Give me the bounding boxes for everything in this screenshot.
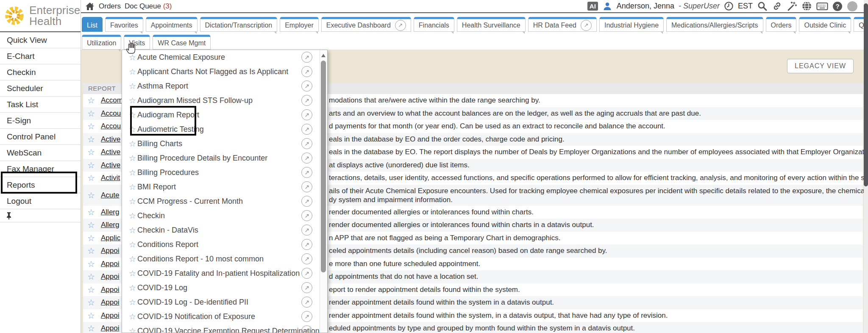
- favorite-star-icon[interactable]: ☆: [128, 326, 137, 333]
- favorite-star-icon[interactable]: ☆: [87, 311, 95, 321]
- report-link[interactable]: Allerg: [101, 208, 119, 216]
- link-icon[interactable]: [772, 1, 782, 11]
- tab-visits[interactable]: Visits: [124, 35, 150, 50]
- favorite-star-icon[interactable]: ☆: [87, 297, 95, 308]
- tab-orders[interactable]: Orders: [766, 17, 797, 32]
- scroll-up-arrow-icon[interactable]: [321, 54, 326, 57]
- user-icon[interactable]: [602, 1, 612, 11]
- search-icon[interactable]: [757, 1, 768, 11]
- tab-executive-dashboard[interactable]: Executive Dashboard↗: [321, 17, 411, 32]
- favorite-star-icon[interactable]: ☆: [128, 81, 137, 91]
- favorite-star-icon[interactable]: ☆: [87, 108, 95, 119]
- report-link[interactable]: Appoi: [101, 247, 119, 255]
- open-in-new-icon[interactable]: ↗: [301, 253, 312, 264]
- report-link[interactable]: Active: [101, 148, 120, 156]
- open-in-new-icon[interactable]: ↗: [301, 311, 312, 322]
- open-in-new-icon[interactable]: ↗: [301, 282, 312, 293]
- open-in-new-icon[interactable]: ↗: [301, 138, 312, 149]
- favorite-star-icon[interactable]: ☆: [128, 211, 137, 221]
- open-in-new-icon[interactable]: ↗: [301, 95, 312, 106]
- favorite-star-icon[interactable]: ☆: [128, 297, 137, 307]
- favorite-star-icon[interactable]: ☆: [128, 139, 137, 149]
- dropdown-item-bmi-report[interactable]: ☆BMI Report↗: [122, 180, 320, 194]
- favorite-star-icon[interactable]: ☆: [87, 190, 95, 200]
- sidebar-item-logout[interactable]: Logout: [0, 193, 81, 209]
- nav-doc-queue[interactable]: Doc Queue (3): [125, 2, 172, 11]
- report-link[interactable]: Accou: [101, 109, 121, 118]
- favorite-star-icon[interactable]: ☆: [87, 95, 95, 105]
- sidebar-item-fax-manager[interactable]: Fax Manager: [0, 161, 81, 177]
- tab-favorites[interactable]: Favorites: [105, 17, 143, 32]
- favorite-star-icon[interactable]: ☆: [128, 312, 137, 322]
- dropdown-item-covid-19-log-de-identified-pii[interactable]: ☆COVID-19 Log - De-identified PII↗: [122, 295, 320, 309]
- dropdown-item-audiogram-missed-sts-follow-up[interactable]: ☆Audiogram Missed STS Follow-up↗: [122, 93, 320, 108]
- report-link[interactable]: Appoi: [101, 272, 119, 281]
- dropdown-item-checkin-datavis[interactable]: ☆Checkin - DataVis↗: [122, 223, 320, 237]
- favorite-star-icon[interactable]: ☆: [128, 182, 137, 192]
- tab-employer[interactable]: Employer: [280, 17, 319, 32]
- sidebar-item-task-list[interactable]: Task List: [0, 97, 81, 113]
- open-in-new-icon[interactable]: ↗: [301, 297, 312, 308]
- open-in-new-icon[interactable]: ↗: [301, 225, 312, 236]
- favorite-star-icon[interactable]: ☆: [128, 197, 137, 206]
- open-in-new-icon[interactable]: ↗: [301, 268, 312, 279]
- favorite-star-icon[interactable]: ☆: [128, 240, 137, 250]
- favorite-star-icon[interactable]: ☆: [87, 220, 95, 230]
- tab-industrial-hygiene[interactable]: Industrial Hygiene: [599, 17, 664, 32]
- favorite-star-icon[interactable]: ☆: [128, 269, 137, 278]
- report-link[interactable]: Appoi: [101, 311, 119, 320]
- dropdown-item-conditions-report[interactable]: ☆Conditions Report↗: [122, 237, 320, 252]
- favorite-star-icon[interactable]: ☆: [87, 121, 95, 131]
- dropdown-item-acute-chemical-exposure[interactable]: ☆Acute Chemical Exposure↗: [122, 50, 320, 64]
- favorite-star-icon[interactable]: ☆: [87, 285, 95, 295]
- favorite-star-icon[interactable]: ☆: [87, 147, 95, 157]
- report-link[interactable]: Allerg: [101, 221, 119, 229]
- favorite-star-icon[interactable]: ☆: [87, 246, 95, 256]
- tab-wr-case-mgmt[interactable]: WR Case Mgmt: [153, 35, 211, 50]
- report-link[interactable]: Accom: [101, 96, 123, 105]
- favorite-star-icon[interactable]: ☆: [87, 207, 95, 217]
- dropdown-item-applicant-charts-not-flagged-as-is-applicant[interactable]: ☆Applicant Charts Not Flagged as Is Appl…: [122, 64, 320, 79]
- tab-outside-clinic[interactable]: Outside Clinic: [799, 17, 851, 32]
- open-in-new-icon[interactable]: ↗: [301, 109, 312, 120]
- tab-utilization[interactable]: Utilization: [82, 35, 121, 50]
- tab-medications-allergies-scripts[interactable]: Medications/Allergies/Scripts: [666, 17, 763, 32]
- report-link[interactable]: Accou: [101, 122, 121, 130]
- external-link-icon[interactable]: ↗: [581, 20, 592, 31]
- favorite-star-icon[interactable]: ☆: [87, 233, 95, 243]
- sidebar-item-checkin[interactable]: Checkin: [0, 64, 81, 80]
- open-in-new-icon[interactable]: ↗: [301, 167, 312, 178]
- external-link-icon[interactable]: ↗: [395, 20, 406, 31]
- dropdown-item-covid-19-log[interactable]: ☆COVID-19 Log↗: [122, 280, 320, 295]
- report-link[interactable]: Activit: [101, 174, 120, 182]
- open-in-new-icon[interactable]: ↗: [301, 196, 312, 207]
- sidebar-item-quick-view[interactable]: Quick View: [0, 32, 81, 48]
- dropdown-item-ccm-progress-current-month[interactable]: ☆CCM Progress - Current Month↗: [122, 194, 320, 208]
- favorite-star-icon[interactable]: ☆: [87, 134, 95, 144]
- keyboard-icon[interactable]: [816, 2, 828, 11]
- report-link[interactable]: Appoi: [101, 286, 119, 294]
- tab-dictation-transcription[interactable]: Dictation/Transcription: [200, 17, 278, 32]
- wand-icon[interactable]: [787, 1, 797, 11]
- favorite-star-icon[interactable]: ☆: [128, 125, 137, 134]
- dropdown-item-covid-19-fatality-and-in-patient-hospitalization[interactable]: ☆COVID-19 Fatality and In-patient Hospit…: [122, 266, 320, 280]
- report-link[interactable]: Appoi: [101, 298, 119, 307]
- tab-appointments[interactable]: Appointments: [146, 17, 198, 32]
- report-link[interactable]: Active: [101, 161, 120, 169]
- tab-financials[interactable]: Financials: [414, 17, 454, 32]
- favorite-star-icon[interactable]: ☆: [87, 272, 95, 282]
- home-icon[interactable]: [85, 1, 95, 11]
- dropdown-scrollbar-thumb[interactable]: [321, 61, 326, 272]
- sidebar-item-webscan[interactable]: WebScan: [0, 145, 81, 161]
- sidebar-item-e-chart[interactable]: E-Chart: [0, 48, 81, 64]
- dropdown-item-asthma-report[interactable]: ☆Asthma Report↗: [122, 79, 320, 93]
- report-link[interactable]: Applic: [101, 234, 120, 242]
- pushpin-icon[interactable]: [6, 212, 12, 220]
- open-in-new-icon[interactable]: ↗: [301, 80, 312, 92]
- dropdown-item-covid-19-vaccine-exemption-request-determination[interactable]: ☆COVID-19 Vaccine Exemption Request Dete…: [122, 324, 320, 333]
- page-scrollbar[interactable]: [864, 0, 868, 333]
- dropdown-item-billing-procedure-details-by-encounter[interactable]: ☆Billing Procedure Details by Encounter↗: [122, 151, 320, 165]
- sidebar-item-e-sign[interactable]: E-Sign: [0, 113, 81, 129]
- open-in-new-icon[interactable]: ↗: [301, 124, 312, 135]
- dropdown-item-covid-19-notification-of-exposure[interactable]: ☆COVID-19 Notification of Exposure↗: [122, 309, 320, 324]
